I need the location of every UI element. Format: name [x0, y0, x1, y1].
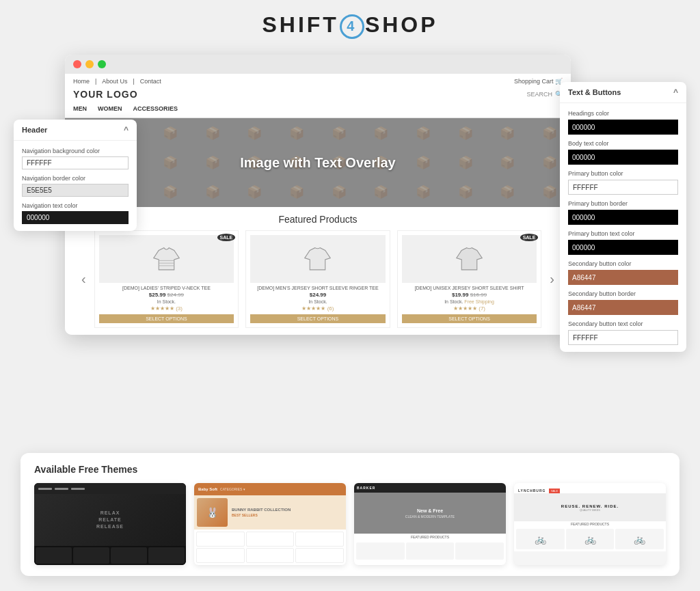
clean-logo: BARKER: [357, 486, 375, 490]
theme-bike-header: LYNCHBURG SALE: [514, 483, 666, 494]
body-text-label: Body text color: [568, 140, 678, 147]
store-nav-top: Home | About Us | Contact Shopping Cart …: [73, 77, 563, 86]
product-name-2: [DEMO] MEN'S JERSEY SHORT SLEEVE RINGER …: [250, 286, 386, 290]
panel-header-settings: Header ^ Navigation background color FFF…: [14, 120, 137, 231]
select-options-btn-2[interactable]: SELECT OPTIONS: [250, 314, 386, 323]
product-image-3: [402, 235, 537, 283]
products-row: ‹ SALE [DEMO] LADIES: [79, 230, 557, 328]
nav-bg-input[interactable]: FFFFFF: [22, 156, 129, 169]
headings-color-swatch[interactable]: 000000: [568, 120, 678, 135]
nav-link-contact[interactable]: Contact: [140, 78, 161, 85]
store-header: Home | About Us | Contact Shopping Cart …: [65, 74, 571, 118]
sale-badge-1: SALE: [217, 234, 236, 241]
primary-btn-border-swatch[interactable]: 000000: [568, 210, 678, 225]
theme-clean-products: [354, 540, 506, 562]
logo-text: SHIFT4SHOP: [262, 12, 438, 37]
nav-border-label: Navigation border color: [22, 175, 129, 182]
primary-btn-color-swatch[interactable]: FFFFFF: [568, 180, 678, 195]
nav-text-input[interactable]: 000000: [22, 211, 129, 224]
panel-right-content: Headings color 000000 Body text color 00…: [560, 103, 686, 352]
theme-card-bike[interactable]: LYNCHBURG SALE REUSE. RENEW. RIDE. QUALI…: [514, 483, 666, 565]
panel-header-chevron[interactable]: ^: [124, 125, 129, 135]
nav-text-label: Navigation text color: [22, 202, 129, 209]
product-stars-2: ★★★★★ (6): [250, 305, 386, 312]
secondary-btn-color-swatch[interactable]: A86447: [568, 270, 678, 285]
bike-product-2: 🚲: [566, 529, 615, 549]
baby-soft-nav: CATEGORIES ▾: [220, 487, 245, 491]
theme-dark-header: [34, 483, 186, 494]
theme-bike-products: 🚲 🚲 🚲: [514, 527, 666, 551]
products-grid: SALE [DEMO] LADIES' STRIPED V-NECK TEE: [94, 230, 542, 328]
secondary-btn-color-label: Secondary button color: [568, 260, 678, 267]
bike-logo-badge: SALE: [549, 489, 560, 493]
body-text-swatch[interactable]: 000000: [568, 150, 678, 165]
store-main-nav: MEN WOMEN ACCESSORIES: [73, 102, 563, 115]
clean-hero-subtext: CLEAN & MODERN TEMPLATE: [405, 514, 455, 519]
theme-clean-hero: New & Free CLEAN & MODERN TEMPLATE: [354, 493, 506, 534]
secondary-btn-text-label: Secondary button text color: [568, 320, 678, 327]
secondary-btn-text-swatch[interactable]: FFFFFF: [568, 330, 678, 345]
featured-title: Featured Products: [79, 214, 557, 225]
product-card-2: [DEMO] MEN'S JERSEY SHORT SLEEVE RINGER …: [245, 230, 390, 328]
browser-dot-yellow: [85, 60, 94, 68]
primary-btn-color-label: Primary button color: [568, 170, 678, 177]
secondary-btn-border-swatch[interactable]: A86447: [568, 300, 678, 315]
nav-border-input[interactable]: E5E5E5: [22, 184, 129, 197]
product-stock-3: In Stock. Free Shipping: [402, 299, 537, 304]
bike-product-1: 🚲: [516, 529, 565, 549]
themes-section: Available Free Themes RELAXRELATERELEASE: [21, 453, 679, 576]
product-stars-1: ★★★★★ (3): [99, 305, 234, 312]
primary-btn-text-label: Primary button text color: [568, 230, 678, 237]
store-logo-row: YOUR LOGO SEARCH 🔍: [73, 86, 563, 102]
carousel-arrow-right[interactable]: ›: [547, 271, 557, 287]
cart-link[interactable]: Shopping Cart 🛒: [514, 78, 563, 85]
product-card-1: SALE [DEMO] LADIES' STRIPED V-NECK TEE: [94, 230, 239, 328]
baby-hero-image: 🐰: [197, 498, 228, 527]
theme-baby-products: [194, 530, 346, 565]
nav-link-about[interactable]: About Us: [102, 78, 127, 85]
select-options-btn-3[interactable]: SELECT OPTIONS: [402, 314, 537, 323]
product-stars-3: ★★★★★ (7): [402, 305, 537, 312]
theme-baby-hero: 🐰 BUNNY RABBIT COLLECTION BEST SELLERS: [194, 495, 346, 530]
headings-color-label: Headings color: [568, 110, 678, 117]
nav-accessories[interactable]: ACCESSORIES: [133, 105, 178, 112]
clean-hero-text: New & Free: [417, 508, 443, 514]
store-nav-links: Home | About Us | Contact: [73, 78, 161, 85]
browser-mockup: Home | About Us | Contact Shopping Cart …: [65, 55, 571, 335]
nav-link-separator2: |: [133, 78, 134, 85]
theme-card-dark[interactable]: RELAXRELATERELEASE: [34, 483, 186, 565]
store-search[interactable]: SEARCH 🔍: [526, 91, 563, 98]
primary-btn-text-swatch[interactable]: 000000: [568, 240, 678, 255]
product-stock-1: In Stock.: [99, 299, 234, 304]
product-card-3: SALE [DEMO] UNISEX JERSEY SHORT SLEEVE S…: [397, 230, 542, 328]
select-options-btn-1[interactable]: SELECT OPTIONS: [99, 314, 234, 323]
product-image-1: [99, 235, 234, 283]
carousel-arrow-left[interactable]: ‹: [79, 271, 89, 287]
bike-product-3: 🚲: [615, 529, 664, 549]
bike-logo: LYNCHBURG: [518, 489, 546, 493]
theme-card-clean[interactable]: BARKER New & Free CLEAN & MODERN TEMPLAT…: [354, 483, 506, 565]
product-price-2: $24.99: [250, 292, 386, 298]
sale-badge-3: SALE: [520, 234, 539, 241]
store-logo: YOUR LOGO: [73, 89, 138, 100]
nav-women[interactable]: WOMEN: [98, 105, 122, 112]
product-name-3: [DEMO] UNISEX JERSEY SHORT SLEEVE SHIRT: [402, 286, 537, 290]
themes-grid: RELAXRELATERELEASE Baby Soft CATEGORIES …: [34, 483, 666, 565]
panel-header-title: Header ^: [14, 120, 137, 141]
store-hero: 📦📦 📦📦 📦📦 📦📦 📦📦 📦📦 📦👤 📦📦 📦📦 📦📦 📦📦 📦📦 📦📦 📦…: [65, 118, 571, 207]
theme-bike-hero: REUSE. RENEW. RIDE. QUALITY BIKES: [514, 494, 666, 521]
product-name-1: [DEMO] LADIES' STRIPED V-NECK TEE: [99, 286, 234, 290]
theme-dark-products: [34, 546, 186, 565]
baby-hero-text: BUNNY RABBIT COLLECTION: [232, 508, 342, 512]
panel-right-chevron[interactable]: ^: [673, 87, 678, 97]
nav-men[interactable]: MEN: [73, 105, 87, 112]
theme-dark-hero: RELAXRELATERELEASE: [34, 494, 186, 546]
theme-card-baby-soft[interactable]: Baby Soft CATEGORIES ▾ 🐰 BUNNY RABBIT CO…: [194, 483, 346, 565]
page-wrapper: SHIFT4SHOP Home | About Us | Contact Sho…: [0, 0, 700, 591]
hero-text: Image with Text Overlay: [240, 155, 396, 171]
themes-title: Available Free Themes: [34, 464, 666, 475]
primary-btn-border-label: Primary button border: [568, 200, 678, 207]
featured-section: Featured Products ‹ SALE: [65, 207, 571, 335]
bike-hero-sub: QUALITY BIKES: [580, 508, 600, 512]
nav-link-home[interactable]: Home: [73, 78, 90, 85]
